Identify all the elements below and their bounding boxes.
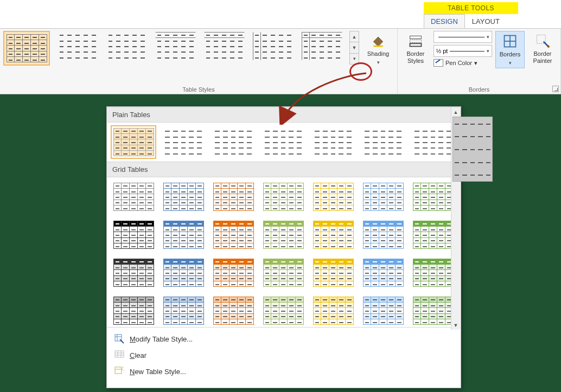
table-style-thumb[interactable] [105, 31, 148, 61]
table-style-thumb-selected[interactable] [113, 128, 154, 156]
gallery-category-grid-header: Grid Tables [107, 162, 461, 177]
table-styles-gallery-nav: ▲ ▼ ▾ [349, 31, 359, 65]
table-style-thumb[interactable] [301, 31, 343, 61]
gallery-scrollbar[interactable]: ▲ ▼ [451, 107, 460, 330]
table-style-thumb[interactable] [263, 297, 303, 325]
table-style-thumb[interactable] [363, 297, 403, 325]
menu-modify-table-style[interactable]: Modify Table Style... [107, 331, 461, 347]
pen-color-label: Pen Color [445, 60, 472, 66]
border-styles-icon [408, 33, 423, 48]
menu-modify-label: Modify Table Style... [130, 335, 193, 343]
table-style-preview-icon [5, 33, 48, 63]
shading-label: Shading [367, 50, 389, 57]
table-style-thumb[interactable] [213, 259, 253, 287]
gallery-category-grid-body [107, 177, 461, 327]
table-style-thumb[interactable] [213, 183, 253, 211]
svg-rect-1 [410, 36, 422, 38]
menu-new-label: New Table Style... [130, 368, 186, 376]
table-style-thumb-selected[interactable] [3, 31, 50, 66]
table-style-thumb[interactable] [313, 128, 353, 156]
table-style-thumb[interactable] [113, 259, 154, 287]
border-options-stack: ▾ ½ pt ▾ Pen Color ▾ [433, 31, 492, 67]
line-weight-preview-icon [450, 51, 484, 52]
paint-bucket-icon [371, 33, 386, 48]
new-style-icon [114, 367, 124, 376]
table-style-thumb[interactable] [113, 221, 154, 249]
svg-rect-16 [115, 367, 122, 374]
tab-layout[interactable]: LAYOUT [465, 14, 507, 28]
table-style-thumb[interactable] [154, 31, 196, 61]
table-style-thumb[interactable] [163, 128, 203, 156]
chevron-down-icon: ▾ [487, 48, 489, 54]
table-style-thumb[interactable] [163, 221, 203, 249]
table-style-thumb[interactable] [263, 259, 303, 287]
gallery-row-down-button[interactable]: ▼ [350, 42, 359, 53]
table-style-thumb[interactable] [313, 297, 353, 325]
table-style-thumb[interactable] [263, 183, 303, 211]
scroll-down-button[interactable]: ▼ [451, 320, 460, 330]
table-style-thumb[interactable] [363, 259, 403, 287]
line-style-combo[interactable]: ▾ [433, 31, 492, 43]
border-styles-label: Border Styles [406, 50, 424, 65]
borders-label: Borders [500, 51, 521, 58]
table-style-thumb[interactable] [363, 128, 403, 156]
borders-dialog-launcher[interactable] [552, 86, 559, 92]
svg-rect-2 [410, 40, 422, 42]
table-style-thumb[interactable] [213, 221, 253, 249]
table-style-thumb[interactable] [163, 183, 203, 211]
table-style-thumb[interactable] [313, 221, 353, 249]
table-styles-gallery: ▲ ▼ ▾ [3, 31, 359, 66]
ribbon: ▲ ▼ ▾ Shading ▾ Table Styles Border [0, 28, 561, 94]
border-painter-label: Border Painter [533, 50, 552, 65]
table-style-thumb[interactable] [263, 221, 303, 249]
gallery-row-up-button[interactable]: ▲ [350, 31, 359, 42]
table-style-thumb[interactable] [363, 183, 403, 211]
table-style-thumb[interactable] [113, 297, 154, 325]
scroll-up-button[interactable]: ▲ [451, 107, 460, 117]
borders-grid-icon [502, 34, 518, 49]
chevron-down-icon: ▾ [377, 60, 380, 65]
table-style-thumb[interactable] [313, 259, 353, 287]
group-table-styles: ▲ ▼ ▾ Shading ▾ Table Styles [0, 29, 398, 94]
table-style-thumb[interactable] [203, 31, 245, 61]
contextual-tabs: DESIGN LAYOUT [424, 14, 507, 28]
menu-new-table-style[interactable]: New Table Style... [107, 363, 461, 380]
table-style-thumb[interactable] [413, 128, 453, 156]
pen-color-button[interactable]: Pen Color ▾ [433, 59, 492, 67]
table-style-thumb[interactable] [213, 128, 253, 156]
borders-button[interactable]: Borders ▾ [495, 31, 525, 68]
scroll-thumb[interactable] [452, 117, 493, 182]
group-borders: Border Styles ▾ ½ pt ▾ Pen Color ▾ [398, 29, 561, 94]
table-style-thumb[interactable] [413, 297, 453, 325]
menu-clear[interactable]: Clear [107, 347, 461, 363]
table-style-thumb[interactable] [163, 259, 203, 287]
table-style-thumb[interactable] [213, 297, 253, 325]
table-style-thumb[interactable] [252, 31, 294, 61]
table-style-thumb[interactable] [413, 221, 453, 249]
table-style-thumb[interactable] [413, 259, 453, 287]
titlebar-area: TABLE TOOLS DESIGN LAYOUT [0, 0, 561, 28]
line-weight-combo[interactable]: ½ pt ▾ [433, 45, 492, 57]
chevron-down-icon: ▾ [487, 34, 489, 40]
table-style-thumb[interactable] [113, 183, 154, 211]
tab-design[interactable]: DESIGN [424, 14, 465, 28]
annotation-circle [349, 62, 372, 81]
line-style-preview-icon [438, 37, 484, 37]
table-style-thumb[interactable] [413, 183, 453, 211]
table-style-thumb[interactable] [163, 297, 203, 325]
chevron-down-icon: ▾ [509, 60, 512, 66]
table-style-thumb[interactable] [313, 183, 353, 211]
group-label-borders: Borders [401, 85, 557, 93]
border-painter-button[interactable]: Border Painter [528, 31, 557, 67]
svg-rect-11 [115, 351, 124, 357]
gallery-menu-footer: Modify Table Style... Clear New Table St… [107, 327, 461, 383]
contextual-tab-title: TABLE TOOLS [424, 2, 518, 14]
shading-button[interactable]: Shading ▾ [364, 31, 393, 67]
border-styles-button[interactable]: Border Styles [401, 31, 430, 67]
modify-style-icon [114, 334, 124, 344]
table-style-thumb[interactable] [263, 128, 303, 156]
menu-clear-label: Clear [130, 351, 146, 359]
scroll-track[interactable] [451, 117, 460, 320]
table-style-thumb[interactable] [56, 31, 99, 61]
table-style-thumb[interactable] [363, 221, 403, 249]
